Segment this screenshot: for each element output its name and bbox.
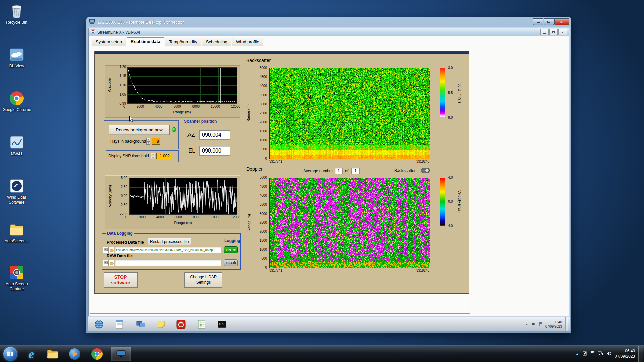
vi-window: StreamLine XR v14-6.vi × System setup Re…: [88, 28, 569, 316]
tray-pen-icon[interactable]: [582, 351, 587, 357]
bl-view-icon: [9, 47, 24, 62]
tick-label: 0.00: [121, 194, 127, 198]
taskbar-ie-icon[interactable]: e: [22, 347, 40, 361]
host-clock[interactable]: 06:40 07/09/2023: [615, 349, 635, 359]
tab-content-area: A-scope 1.201.151.101.050.99 02000400060…: [90, 46, 470, 314]
renew-background-button[interactable]: Renew background now: [109, 125, 170, 135]
tab-scheduling[interactable]: Scheduling: [202, 38, 231, 46]
az-value-field[interactable]: 090.004: [199, 130, 230, 140]
remote-show-desktop[interactable]: [565, 317, 568, 331]
vi-client-area: System setup Real time data Temp/humidit…: [89, 36, 569, 316]
desktop-icon-bl-view[interactable]: BL-View: [0, 47, 34, 69]
desktop-icon-recycle-bin[interactable]: Recycle Bin: [0, 3, 34, 25]
desktop-icon-google-chrome[interactable]: Google Chrome: [0, 90, 34, 112]
taskbar-chrome-icon[interactable]: [88, 347, 106, 361]
tick-label: 3000: [260, 212, 267, 216]
restart-processed-file-button[interactable]: Restart processed file: [148, 238, 191, 245]
tray-flag-icon[interactable]: [590, 351, 594, 357]
renew-background-led: [172, 127, 176, 132]
remote-taskbar-cmd-icon[interactable]: C:\_: [217, 319, 227, 330]
rdp-app-icon: [89, 19, 95, 25]
remote-tray-expand-icon[interactable]: ▲: [525, 323, 528, 326]
rays-value-box[interactable]: 8: [152, 138, 160, 145]
snr-value-box[interactable]: 1.002: [156, 153, 171, 159]
rays-in-background-label: Rays in background: [110, 139, 146, 144]
desktop-icon-wind-lidar[interactable]: Wind Lidar Software: [0, 178, 34, 205]
backscatter-colorbar: [440, 68, 445, 117]
taskbar-media-player-icon[interactable]: [66, 347, 84, 361]
stop-software-button[interactable]: STOPsoftware: [104, 272, 138, 288]
vi-titlebar[interactable]: StreamLine XR v14-6.vi ×: [89, 28, 569, 36]
backscatter-doppler-toggle[interactable]: [421, 168, 430, 173]
average-number-field[interactable]: 1: [335, 168, 343, 174]
tick-label: 8000: [192, 105, 200, 108]
raw-path-browse-icon[interactable]: [109, 260, 114, 266]
vi-restore-button[interactable]: [549, 29, 558, 35]
tab-wind-profile[interactable]: Wind profile: [232, 38, 263, 46]
svg-text:C:\_: C:\_: [219, 323, 225, 326]
tick-label: 4500: [260, 185, 267, 188]
tick-label: -4.0: [447, 224, 453, 228]
remote-taskbar-monitors-icon[interactable]: [136, 319, 146, 330]
tray-expand-icon[interactable]: ▲: [575, 352, 579, 356]
a-scope-plot: [127, 67, 237, 104]
tick-label: 500: [261, 147, 267, 151]
vi-close-button[interactable]: ×: [558, 29, 567, 35]
tab-system-setup[interactable]: System setup: [92, 38, 126, 46]
tick-label: 3317741: [269, 269, 282, 273]
raw-logging-toggle[interactable]: OFF: [224, 259, 238, 266]
front-panel: A-scope 1.201.151.101.050.99 02000400060…: [94, 51, 469, 294]
tray-volume-icon[interactable]: [606, 351, 611, 357]
tab-temp-humidity[interactable]: Temp/humidity: [165, 38, 201, 46]
remote-taskbar-notepad-icon[interactable]: [114, 319, 125, 330]
recycle-bin-icon: [9, 3, 24, 19]
processed-path-browse-icon[interactable]: [109, 247, 114, 253]
tick-label: -4.0: [447, 176, 453, 179]
rays-spinner[interactable]: ▲▼: [146, 138, 150, 145]
show-desktop-button[interactable]: [638, 346, 643, 362]
remote-taskbar-browser-icon[interactable]: [94, 319, 104, 330]
vi-window-title: StreamLine XR v14-6.vi: [97, 30, 140, 35]
tick-label: 4000: [260, 84, 267, 88]
desktop-icon-label: BL-View: [0, 64, 34, 69]
remote-tray-flag-icon[interactable]: [539, 321, 542, 327]
desktop-icon-mw41[interactable]: MW41: [0, 135, 34, 157]
change-lidar-settings-button[interactable]: Change LiDARSettings: [184, 272, 222, 288]
rdp-titlebar[interactable]: 192.168.0.150 - Remote Desktop Connectio…: [86, 17, 571, 27]
velocity-x-axis-label: Range (m): [129, 221, 236, 225]
rdp-close-button[interactable]: ×: [554, 18, 569, 25]
remote-taskbar-power-app-icon[interactable]: [176, 319, 186, 330]
remote-taskbar-notes-icon[interactable]: [156, 319, 167, 330]
tray-network-icon[interactable]: [598, 351, 603, 357]
logging-label: Logging: [223, 238, 241, 243]
el-value-field[interactable]: 090.000: [199, 146, 230, 156]
desktop-icon-auto-screen-capture[interactable]: Auto Screen Capture: [0, 265, 34, 292]
average-number-label: Average number: [303, 169, 333, 173]
tick-label: 0: [123, 105, 125, 108]
tab-real-time-data[interactable]: Real time data: [127, 37, 164, 46]
rdp-maximize-button[interactable]: [544, 18, 554, 25]
remote-taskbar-xr-app-icon[interactable]: XR: [196, 319, 207, 330]
rdp-window-title: 192.168.0.150 - Remote Desktop Connectio…: [97, 20, 185, 25]
windows-orb-icon: [3, 347, 17, 361]
tick-label: 3500: [260, 203, 267, 206]
doppler-colorbar-label: Velocity (m/s): [457, 178, 462, 226]
wind-lidar-icon: [9, 178, 24, 194]
desktop-icon-autoscreen[interactable]: AutoScreen...: [0, 222, 34, 244]
remote-clock[interactable]: 06:40 07/09/2023: [545, 320, 562, 329]
taskbar-rdp-app[interactable]: [111, 347, 131, 361]
raw-data-file-path[interactable]: [115, 260, 221, 266]
processed-path-type-icon[interactable]: [103, 247, 109, 253]
remote-tray-volume-icon[interactable]: [531, 321, 536, 327]
average-count-field[interactable]: 1: [351, 168, 360, 174]
processed-data-file-path[interactable]: C:\Lidar\Data\Proc\2023\202309\20230907\…: [115, 247, 221, 253]
vi-minimize-button[interactable]: [540, 29, 549, 35]
raw-path-type-icon[interactable]: [103, 260, 109, 266]
processed-logging-toggle[interactable]: ON: [224, 246, 238, 253]
data-logging-title: Data Logging: [106, 231, 134, 236]
start-button[interactable]: [1, 347, 19, 361]
taskbar-explorer-icon[interactable]: [44, 347, 62, 361]
tick-label: 1.15: [120, 74, 126, 78]
rdp-minimize-button[interactable]: [533, 18, 543, 25]
snr-spinner[interactable]: ▲▼: [151, 153, 155, 159]
